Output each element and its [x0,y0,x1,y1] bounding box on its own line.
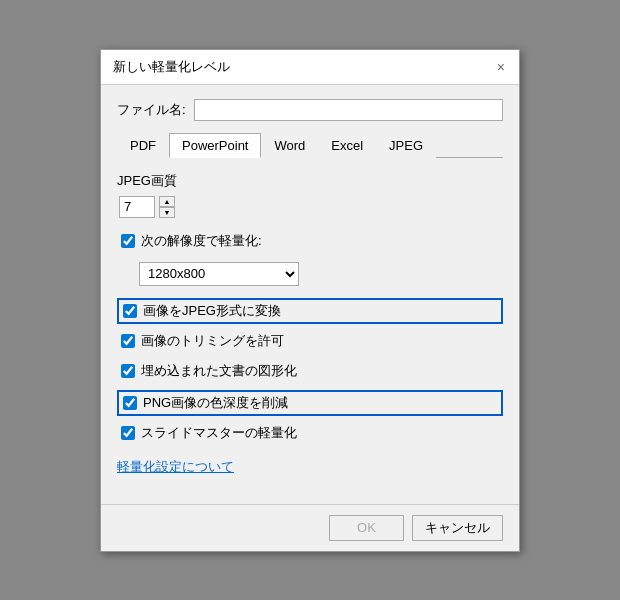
button-row: OK キャンセル [101,504,519,551]
jpeg-quality-input[interactable] [119,196,155,218]
checkbox-allow-trim-label[interactable]: 画像のトリミングを許可 [141,332,284,350]
checkbox-allow-trim[interactable] [121,334,135,348]
dialog: 新しい軽量化レベル × ファイル名: PDF PowerPoint Word E… [100,49,520,552]
checkbox-png-color[interactable] [123,396,137,410]
checkbox-slide-master[interactable] [121,426,135,440]
tab-excel[interactable]: Excel [318,133,376,158]
jpeg-quality-label: JPEG画質 [117,172,503,190]
tab-pdf[interactable]: PDF [117,133,169,158]
cancel-button[interactable]: キャンセル [412,515,503,541]
settings-link[interactable]: 軽量化設定について [117,459,234,474]
checkbox-embed-fig[interactable] [121,364,135,378]
checkbox-slide-master-row: スライドマスターの軽量化 [117,422,503,444]
checkbox-png-color-label[interactable]: PNG画像の色深度を削減 [143,394,288,412]
checkbox-convert-jpeg-label[interactable]: 画像をJPEG形式に変換 [143,302,281,320]
dialog-title: 新しい軽量化レベル [113,58,230,76]
tabs: PDF PowerPoint Word Excel JPEG [117,133,503,158]
tab-jpeg[interactable]: JPEG [376,133,436,158]
resolution-row: 次の解像度で軽量化: [117,230,503,252]
resolution-checkbox[interactable] [121,234,135,248]
ok-button[interactable]: OK [329,515,404,541]
spinbox-up-button[interactable]: ▲ [159,196,175,207]
dialog-body: ファイル名: PDF PowerPoint Word Excel JPEG JP… [101,85,519,504]
link-row: 軽量化設定について [117,458,503,476]
checkbox-convert-jpeg[interactable] [123,304,137,318]
resolution-dropdown-row: 640x400 800x600 1024x768 1280x800 1920x1… [139,262,503,286]
tab-word[interactable]: Word [261,133,318,158]
spinbox-down-button[interactable]: ▼ [159,207,175,218]
checkbox-png-color-row: PNG画像の色深度を削減 [117,390,503,416]
spinbox-buttons: ▲ ▼ [159,196,175,218]
filename-input[interactable] [194,99,503,121]
tab-powerpoint[interactable]: PowerPoint [169,133,261,158]
filename-label: ファイル名: [117,101,186,119]
title-bar: 新しい軽量化レベル × [101,50,519,85]
spinbox-row: ▲ ▼ [119,196,503,218]
checkbox-embed-fig-label[interactable]: 埋め込まれた文書の図形化 [141,362,297,380]
resolution-dropdown[interactable]: 640x400 800x600 1024x768 1280x800 1920x1… [139,262,299,286]
resolution-label[interactable]: 次の解像度で軽量化: [141,232,262,250]
close-button[interactable]: × [495,60,507,74]
filename-row: ファイル名: [117,99,503,121]
checkbox-convert-jpeg-row: 画像をJPEG形式に変換 [117,298,503,324]
checkbox-slide-master-label[interactable]: スライドマスターの軽量化 [141,424,297,442]
checkbox-allow-trim-row: 画像のトリミングを許可 [117,330,503,352]
checkbox-embed-fig-row: 埋め込まれた文書の図形化 [117,360,503,382]
